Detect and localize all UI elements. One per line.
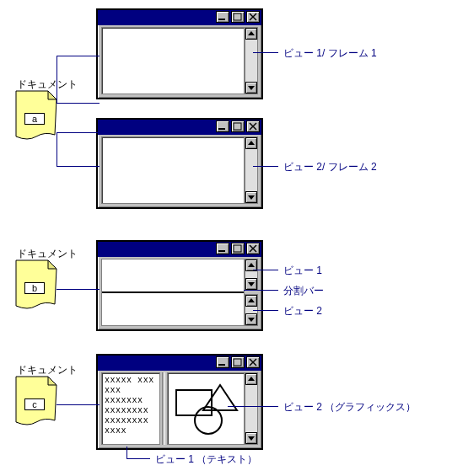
scroll-down-button[interactable]: [245, 278, 257, 290]
view-c-graphics-label: ビュー 2 （グラフィックス）: [283, 400, 416, 414]
view2-frame2-label: ビュー 2/ フレーム 2: [283, 160, 377, 174]
doc-c-letter: c: [24, 398, 45, 410]
leader-line: [126, 458, 150, 459]
view-1[interactable]: [101, 27, 245, 94]
connector-a-top-v: [56, 56, 57, 103]
window-c[interactable]: xxxxx xxx xxx xxxxxxx xxxxxxxx xxxxxxxx …: [96, 354, 263, 450]
svg-rect-9: [234, 245, 241, 252]
titlebar-b: [98, 242, 261, 257]
document-a: a: [11, 89, 62, 145]
minimize-button[interactable]: [216, 243, 229, 254]
scroll-down-button[interactable]: [245, 313, 257, 325]
svg-rect-12: [218, 364, 225, 366]
svg-rect-13: [234, 359, 241, 366]
view-b-2[interactable]: [102, 293, 244, 325]
maximize-button[interactable]: [231, 356, 245, 368]
leader-line: [228, 406, 278, 407]
scroll-up-button[interactable]: [245, 28, 257, 40]
window-2[interactable]: [96, 118, 263, 209]
window-1[interactable]: [96, 8, 263, 99]
view-b2-label: ビュー 2: [283, 304, 322, 318]
close-button[interactable]: [246, 120, 260, 132]
leader-line: [253, 310, 278, 311]
maximize-button[interactable]: [231, 11, 245, 23]
svg-rect-5: [234, 123, 241, 130]
view-2[interactable]: [101, 136, 245, 204]
svg-rect-0: [218, 19, 225, 20]
scrollbar-2[interactable]: [245, 136, 258, 204]
svg-rect-16: [176, 390, 212, 415]
minimize-button[interactable]: [216, 11, 229, 23]
svg-rect-4: [218, 128, 225, 130]
close-button[interactable]: [246, 11, 260, 23]
connector-a-bot: [56, 132, 100, 133]
maximize-button[interactable]: [231, 243, 245, 254]
connector-a-top: [56, 103, 100, 104]
minimize-button[interactable]: [216, 120, 229, 132]
scroll-up-button[interactable]: [245, 373, 257, 385]
view1-frame1-label: ビュー 1/ フレーム 1: [283, 46, 377, 61]
close-button[interactable]: [246, 356, 260, 368]
scrollbar-b1[interactable]: [245, 259, 258, 291]
maximize-button[interactable]: [231, 120, 245, 132]
close-button[interactable]: [246, 243, 260, 254]
connector-a-bot-h: [56, 166, 100, 167]
scroll-up-button[interactable]: [245, 137, 257, 149]
window-b[interactable]: [96, 240, 263, 331]
leader-line: [126, 447, 127, 458]
split-bar[interactable]: [102, 291, 244, 293]
svg-rect-8: [218, 250, 225, 252]
scroll-down-button[interactable]: [245, 432, 257, 444]
doc-b-letter: b: [24, 282, 45, 294]
doc-a-letter: a: [24, 113, 45, 125]
leader-line: [244, 290, 278, 291]
view-b-1[interactable]: [102, 259, 244, 291]
view-b1-label: ビュー 1: [283, 264, 322, 278]
connector-b: [56, 289, 100, 290]
svg-rect-1: [234, 13, 241, 20]
leader-line: [253, 270, 278, 270]
scrollbar-c[interactable]: [245, 372, 258, 445]
connector-a-top-h: [56, 56, 100, 56]
split-bar-label: 分割バー: [283, 284, 324, 298]
connector-a-bot-v: [56, 132, 57, 166]
titlebar-2: [98, 120, 261, 135]
scroll-down-button[interactable]: [245, 82, 257, 94]
view-c-text-label: ビュー 1 （テキスト）: [155, 452, 257, 467]
scroll-up-button[interactable]: [245, 295, 257, 307]
split-bar-vertical[interactable]: [162, 372, 165, 445]
document-b: b: [11, 259, 62, 314]
titlebar-1: [98, 10, 261, 25]
view-c-graphics[interactable]: [167, 372, 245, 445]
view-c-text[interactable]: xxxxx xxx xxx xxxxxxx xxxxxxxx xxxxxxxx …: [101, 372, 160, 445]
titlebar-c: [98, 356, 261, 371]
text-content: xxxxx xxx xxx xxxxxxx xxxxxxxx xxxxxxxx …: [105, 375, 154, 436]
scroll-down-button[interactable]: [245, 191, 257, 203]
scrollbar-1[interactable]: [245, 27, 258, 94]
minimize-button[interactable]: [216, 356, 229, 368]
leader-line: [253, 166, 278, 167]
shapes-icon: [168, 373, 245, 446]
leader-line: [253, 52, 278, 53]
split-client: [101, 259, 245, 326]
document-c: c: [11, 375, 62, 431]
connector-c: [56, 404, 100, 405]
